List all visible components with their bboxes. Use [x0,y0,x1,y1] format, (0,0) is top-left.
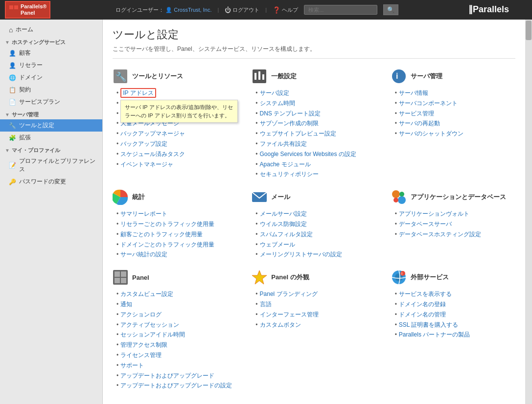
list-item: Apache モジュール [255,159,376,170]
summary-report-link[interactable]: サマリーレポート [120,210,167,218]
tools-icon: 🔧 [9,122,16,129]
license-mgmt-link[interactable]: ライセンス管理 [120,351,162,359]
list-item: サービス管理 [395,109,515,119]
logo-line2: Panel [21,10,46,16]
logout-button[interactable]: ⏻ ログアウト [225,6,259,14]
update-upgrade-settings-link[interactable]: アップデートおよびアップグレードの設定 [120,382,232,390]
system-time-link[interactable]: システム時間 [260,99,295,108]
svg-text:!: ! [401,272,402,275]
sections-grid: 🔧 ツールとリソース IP アドレス サーバ IP アドレスの表示/追加/削除や… [113,68,515,391]
action-log-link[interactable]: アクションログ [120,311,162,319]
backup-manager-link[interactable]: バックアップマネージャ [120,130,185,138]
mail-server-settings-link[interactable]: メールサーバ設定 [260,210,307,218]
update-upgrade-link[interactable]: アップデートおよびアップグレード [120,372,214,380]
section-server-mgmt: i サーバ管理 サーバ情報 サーバコンポーネント サービス管理 サーバの再起動 … [391,68,515,180]
apache-modules-link[interactable]: Apache モジュール [260,160,311,169]
website-preview-link[interactable]: ウェブサイトプレビュー設定 [260,130,336,138]
sidebar-item-service-plan[interactable]: 📄 サービスプラン [0,96,102,108]
sidebar-item-password[interactable]: 🔑 パスワードの変更 [0,176,102,188]
sidebar-item-tools[interactable]: 🔧 ツールと設定 [0,119,102,132]
security-policy-link[interactable]: セキュリティポリシー [260,170,319,179]
sidebar-item-contract[interactable]: 📋 契約 [0,84,102,96]
appearance-section-icon [252,269,267,285]
customer-icon: 👤 [9,50,16,57]
ssl-purchase-link[interactable]: SSL 証明書を購入する [399,321,459,329]
apps-links: アプリケーションヴォルト データベースサーバ データベースホスティング設定 [391,209,515,239]
mailing-list-link[interactable]: メーリングリストサーバの設定 [260,250,342,259]
access-restriction-link[interactable]: 管理アクセス制限 [120,341,167,349]
active-sessions-link[interactable]: アクティブセッション [120,321,179,329]
custom-view-link[interactable]: カスタムビュー設定 [120,290,173,298]
db-server-link[interactable]: データベースサーバ [399,220,452,228]
page-description: ここでサーバを管理し、Panel、システムサービス、リソースを構成します。 [113,45,515,59]
sidebar-item-home[interactable]: ⌂ ホーム [0,23,102,36]
notifications-link[interactable]: 通知 [120,300,132,309]
file-sharing-link[interactable]: ファイル共有設定 [260,140,307,148]
service-mgmt-link[interactable]: サービス管理 [399,110,434,118]
contract-icon: 📋 [9,87,16,93]
profile-section-header: ▼ マイ・プロファイル [0,144,102,155]
backup-settings-link[interactable]: バックアップ設定 [120,140,167,148]
section-mail-header: メール [252,189,376,205]
customer-traffic-link[interactable]: 顧客ごとのトラフィック使用量 [120,230,203,239]
scrollbar[interactable] [525,20,532,404]
sidebar-item-extensions[interactable]: 🧩 拡張 [0,132,102,144]
webmail-link[interactable]: ウェブメール [260,241,295,249]
sidebar-item-reseller[interactable]: 👤 リセラー [0,59,102,71]
server-section-icon: i [391,68,407,84]
search-button[interactable]: 🔍 [383,4,398,15]
sidebar-item-profile[interactable]: 📝 プロファイルとプリファレンス [0,155,102,176]
show-services-link[interactable]: サービスを表示する [399,290,452,298]
support-link[interactable]: サポート [120,361,144,370]
scrollbar-thumb[interactable] [526,21,532,40]
reseller-icon: 👤 [9,62,16,69]
event-manager-link[interactable]: イベントマネージャ [120,160,173,169]
server-settings-link[interactable]: サーバ設定 [260,89,289,97]
subzone-limit-link[interactable]: サブゾーン作成の制限 [260,119,319,128]
dns-template-link[interactable]: DNS テンプレート設定 [260,110,321,118]
list-item: Parallels パートナーの製品 [395,330,515,340]
parallels-partner-link[interactable]: Parallels パートナーの製品 [399,331,470,339]
list-item: セッションアイドル時間 [116,330,237,340]
db-hosting-link[interactable]: データベースホスティング設定 [399,230,481,239]
section-tools-header: 🔧 ツールとリソース [113,68,237,84]
sidebar: ⌂ ホーム ▼ ホスティングサービス 👤 顧客 👤 リセラー 🌐 ドメイン 📋 … [0,20,103,404]
list-item: SSL 証明書を購入する [395,320,515,330]
language-link[interactable]: 言語 [260,300,272,309]
panel-branding-link[interactable]: Panel ブランディング [260,290,318,298]
virus-protection-link[interactable]: ウイルス防御設定 [260,220,307,228]
spam-filter-link[interactable]: スパムフィルタ設定 [260,230,313,239]
server-restart-link[interactable]: サーバの再起動 [399,119,440,128]
page-title: ツールと設定 [113,27,515,42]
parallels-icon [9,5,19,15]
list-item: Panel ブランディング [255,289,376,299]
list-item: 通知 [116,299,237,310]
app-vault-link[interactable]: アプリケーションヴォルト [399,210,469,218]
svg-point-18 [393,198,398,202]
search-input[interactable] [304,5,377,15]
help-button[interactable]: ❓ ヘルプ [273,6,298,14]
list-item: サポート [116,360,237,371]
interface-mgmt-link[interactable]: インターフェース管理 [260,311,319,319]
reseller-traffic-link[interactable]: リセラーごとのトラフィック使用量 [120,220,214,228]
stats-settings-link[interactable]: サーバ統計の設定 [120,250,167,259]
domain-manage-link[interactable]: ドメイン名の管理 [399,311,446,319]
custom-button-link[interactable]: カスタムボタン [260,321,301,329]
domain-traffic-link[interactable]: ドメインごとのトラフィック使用量 [120,241,214,249]
scheduled-tasks-link[interactable]: スケジュール済みタスク [120,150,185,158]
google-services-link[interactable]: Google Services for Websites の設定 [260,150,356,158]
domain-register-link[interactable]: ドメイン名の登録 [399,300,446,309]
sidebar-item-customer[interactable]: 👤 顧客 [0,47,102,59]
sidebar-item-domain[interactable]: 🌐 ドメイン [0,71,102,84]
server-shutdown-link[interactable]: サーバのシャットダウン [399,130,463,138]
list-item: システム時間 [255,98,376,109]
section-panel-header: Panel [113,269,237,285]
server-components-link[interactable]: サーバコンポーネント [399,99,458,108]
list-item: ドメインごとのトラフィック使用量 [116,240,237,250]
session-idle-link[interactable]: セッションアイドル時間 [120,331,185,339]
mail-links: メールサーバ設定 ウイルス防御設定 スパムフィルタ設定 ウェブメール メーリング… [252,209,376,260]
extensions-icon: 🧩 [9,135,16,141]
server-info-link[interactable]: サーバ情報 [399,89,428,97]
tools-section-icon: 🔧 [113,68,128,84]
ip-address-link[interactable]: IP アドレス [120,88,156,98]
